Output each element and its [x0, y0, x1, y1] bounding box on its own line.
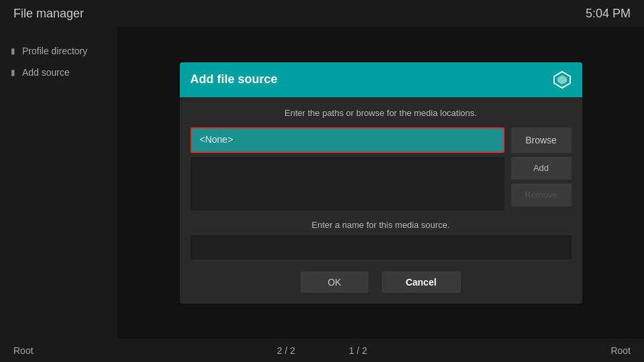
dialog-buttons: OK Cancel: [191, 272, 572, 293]
dialog-subtitle: Enter the paths or browse for the media …: [191, 108, 572, 118]
sidebar-item-label: Profile directory: [22, 46, 87, 56]
folder-icon: ▮: [11, 46, 15, 56]
bottom-center-right: 1 / 2: [349, 345, 367, 356]
add-file-source-dialog: Add file source Enter the paths or brows…: [180, 62, 582, 304]
cancel-button[interactable]: Cancel: [382, 272, 461, 293]
sidebar-item-label-2: Add source: [22, 67, 70, 78]
add-button[interactable]: Add: [511, 157, 572, 180]
clock: 5:04 PM: [586, 7, 631, 21]
ok-button[interactable]: OK: [301, 272, 368, 293]
sidebar-item-add-source[interactable]: ▮ Add source: [0, 62, 117, 83]
folder-icon-2: ▮: [11, 68, 15, 77]
main-content: Add file source Enter the paths or brows…: [117, 27, 644, 339]
dialog-header: Add file source: [180, 62, 582, 97]
kodi-logo-icon: [553, 70, 572, 89]
top-bar: File manager 5:04 PM: [0, 0, 644, 27]
app-title: File manager: [13, 7, 84, 21]
media-source-name-input[interactable]: [191, 235, 572, 259]
dialog-title: Add file source: [191, 72, 278, 86]
sidebar: ▮ Profile directory ▮ Add source: [0, 27, 117, 339]
source-list-area: Add Remove: [191, 157, 572, 210]
bottom-center: 2 / 2 1 / 2: [277, 345, 368, 356]
name-label: Enter a name for this media source.: [191, 220, 572, 230]
source-input-row: <None> Browse: [191, 127, 572, 153]
bottom-right: Root: [610, 345, 631, 356]
source-path-input[interactable]: <None>: [191, 127, 504, 153]
source-list-box: [191, 157, 504, 210]
svg-marker-1: [557, 75, 567, 84]
side-buttons: Add Remove: [511, 157, 572, 210]
sidebar-item-profile-directory[interactable]: ▮ Profile directory: [0, 40, 117, 62]
dialog-overlay: Add file source Enter the paths or brows…: [117, 27, 644, 339]
remove-button[interactable]: Remove: [511, 184, 572, 206]
bottom-left: Root: [13, 345, 34, 356]
dialog-body: Enter the paths or browse for the media …: [180, 97, 582, 304]
bottom-bar: Root 2 / 2 1 / 2 Root: [0, 339, 644, 362]
bottom-center-left: 2 / 2: [277, 345, 295, 356]
browse-button[interactable]: Browse: [511, 127, 572, 153]
